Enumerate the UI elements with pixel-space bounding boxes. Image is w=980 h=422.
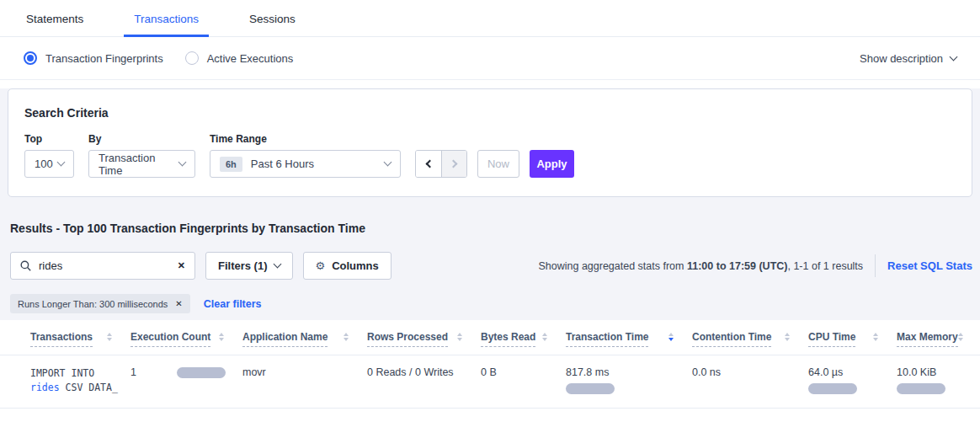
column-header-max-memory[interactable]: Max Memory <box>897 331 980 347</box>
transaction-fingerprint-link[interactable]: IMPORT INTO rides CSV DATA_ <box>30 366 130 395</box>
view-toggle-bar: Transaction Fingerprints Active Executio… <box>0 37 980 80</box>
transaction-time-value: 817.8 ms <box>566 366 692 378</box>
by-select[interactable]: Transaction Time <box>88 150 195 178</box>
search-criteria-card: Search Criteria Top 100 By Transaction T… <box>8 88 972 197</box>
sort-icon-active-desc <box>668 333 674 341</box>
show-description-toggle[interactable]: Show description <box>860 52 956 65</box>
page-tabs: Statements Transactions Sessions <box>0 0 980 37</box>
vertical-divider <box>875 254 876 277</box>
bytes-read-value: 0 B <box>481 366 566 378</box>
column-header-contention-time[interactable]: Contention Time <box>692 331 808 347</box>
max-memory-bar <box>897 383 945 394</box>
chevron-down-icon <box>950 52 958 61</box>
chevron-right-icon <box>450 160 458 168</box>
column-header-cpu-time[interactable]: CPU Time <box>808 331 897 347</box>
radio-selected-icon <box>24 51 37 65</box>
max-memory-value: 10.0 KiB <box>897 366 980 378</box>
filter-chips-row: Runs Longer Than: 300 milliseconds ✕ Cle… <box>10 294 980 313</box>
sort-icon <box>785 333 790 341</box>
apply-button[interactable]: Apply <box>530 150 574 178</box>
column-header-application-name[interactable]: Application Name <box>242 331 367 347</box>
filter-chip-label: Runs Longer Than: 300 milliseconds <box>18 299 168 309</box>
column-header-transaction-time[interactable]: Transaction Time <box>566 331 692 347</box>
radio-label: Transaction Fingerprints <box>45 52 163 65</box>
columns-button[interactable]: ⚙ Columns <box>303 252 391 280</box>
sort-icon <box>344 333 349 341</box>
time-nav-group <box>415 150 467 178</box>
time-range-select[interactable]: 6h Past 6 Hours <box>210 150 401 178</box>
chevron-down-icon <box>273 260 281 269</box>
column-header-transactions[interactable]: Transactions <box>0 331 130 347</box>
table-header-row: Transactions Execution Count Application… <box>0 320 980 355</box>
chevron-left-icon <box>425 160 434 168</box>
execution-count-bar <box>177 367 226 378</box>
filter-chip: Runs Longer Than: 300 milliseconds ✕ <box>10 294 190 313</box>
tab-transactions[interactable]: Transactions <box>129 13 204 36</box>
filters-button[interactable]: Filters (1) <box>205 252 293 280</box>
sort-icon <box>107 333 112 341</box>
page-body: Search Criteria Top 100 By Transaction T… <box>0 88 980 422</box>
cpu-time-bar <box>808 383 857 394</box>
radio-label: Active Executions <box>207 52 294 65</box>
radio-unselected-icon <box>185 51 199 65</box>
top-select-value: 100 <box>35 158 53 170</box>
sort-icon <box>958 333 963 341</box>
clear-search-icon[interactable]: ✕ <box>178 260 185 271</box>
chevron-down-icon <box>178 158 187 167</box>
remove-filter-icon[interactable]: ✕ <box>175 299 182 308</box>
column-header-rows-processed[interactable]: Rows Processed <box>367 331 481 347</box>
reset-sql-stats-link[interactable]: Reset SQL Stats <box>887 259 972 272</box>
sort-icon <box>873 333 878 341</box>
columns-label: Columns <box>332 259 379 272</box>
by-select-value: Transaction Time <box>99 152 179 177</box>
results-table: Transactions Execution Count Application… <box>0 320 980 422</box>
radio-transaction-fingerprints[interactable]: Transaction Fingerprints <box>24 51 163 65</box>
search-criteria-title: Search Criteria <box>24 106 956 120</box>
stats-time-range: 11:00 to 17:59 (UTC) <box>687 260 787 272</box>
top-select[interactable]: 100 <box>24 150 74 178</box>
column-header-execution-count[interactable]: Execution Count <box>130 331 242 347</box>
table-row: IMPORT INTO rides CSV DATA_ 1 movr 0 Rea… <box>0 355 980 409</box>
clear-filters-link[interactable]: Clear filters <box>204 298 262 310</box>
application-name-value: movr <box>242 366 367 378</box>
by-label: By <box>88 133 195 145</box>
search-input[interactable] <box>39 259 178 272</box>
next-time-button[interactable] <box>441 151 466 177</box>
cpu-time-value: 64.0 µs <box>808 366 897 378</box>
sort-icon <box>542 333 547 341</box>
time-range-label: Time Range <box>210 133 401 145</box>
tab-sessions[interactable]: Sessions <box>244 13 301 36</box>
rows-processed-value: 0 Reads / 0 Writes <box>367 366 481 378</box>
results-heading: Results - Top 100 Transaction Fingerprin… <box>10 222 980 235</box>
gear-icon: ⚙ <box>316 259 326 272</box>
column-header-bytes-read[interactable]: Bytes Read <box>481 331 566 347</box>
time-range-badge: 6h <box>220 157 242 172</box>
previous-time-button[interactable] <box>416 151 441 177</box>
show-description-label: Show description <box>860 52 943 65</box>
contention-time-value: 0.0 ns <box>692 366 808 378</box>
execution-count-value: 1 <box>130 366 177 378</box>
search-box: ✕ <box>10 252 195 280</box>
results-toolbar: ✕ Filters (1) ⚙ Columns Showing aggregat… <box>10 252 972 280</box>
chevron-down-icon <box>57 158 66 167</box>
time-range-value: Past 6 Hours <box>251 158 314 170</box>
transaction-time-bar <box>566 383 615 394</box>
tab-statements[interactable]: Statements <box>21 13 88 36</box>
aggregated-stats-text: Showing aggregated stats from 11:00 to 1… <box>538 260 863 272</box>
sort-icon <box>219 333 224 341</box>
sort-icon <box>457 333 462 341</box>
chevron-down-icon <box>384 158 392 167</box>
radio-active-executions[interactable]: Active Executions <box>185 51 294 65</box>
filters-label: Filters (1) <box>218 259 268 272</box>
search-icon <box>20 260 31 271</box>
top-label: Top <box>24 133 74 145</box>
search-match-highlight: rides <box>30 382 60 393</box>
now-button[interactable]: Now <box>477 150 519 178</box>
